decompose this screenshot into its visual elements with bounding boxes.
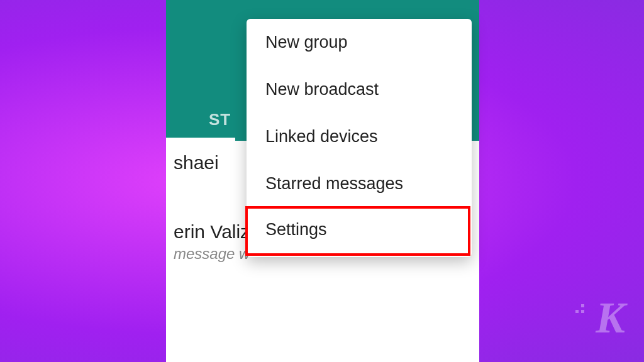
- menu-item-linked-devices[interactable]: Linked devices: [247, 113, 472, 160]
- tab-status[interactable]: ST: [209, 110, 231, 129]
- menu-item-new-group[interactable]: New group: [247, 19, 472, 66]
- menu-item-settings[interactable]: Settings: [245, 206, 470, 256]
- watermark-dots-icon: [570, 304, 584, 313]
- menu-item-new-broadcast[interactable]: New broadcast: [247, 66, 472, 113]
- watermark-logo: K: [596, 293, 625, 343]
- menu-item-starred-messages[interactable]: Starred messages: [247, 160, 472, 207]
- tab-chats-indicator[interactable]: [166, 138, 235, 141]
- overflow-menu: New group New broadcast Linked devices S…: [247, 19, 472, 257]
